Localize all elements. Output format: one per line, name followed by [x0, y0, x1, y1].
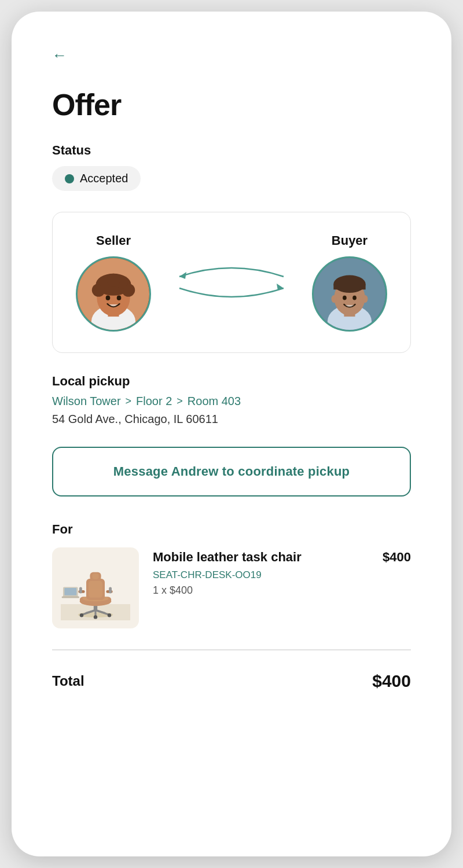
status-badge: Accepted — [52, 166, 141, 191]
seller-label: Seller — [96, 233, 131, 248]
svg-point-23 — [362, 295, 368, 303]
message-andrew-button[interactable]: Message Andrew to coordinate pickup — [52, 447, 411, 496]
svg-rect-48 — [64, 588, 76, 595]
page-title: Offer — [52, 87, 411, 122]
status-badge-text: Accepted — [80, 172, 128, 185]
breadcrumb-room[interactable]: Room 403 — [188, 395, 241, 408]
svg-point-22 — [332, 295, 337, 303]
product-info: Mobile leather task chair $400 SEAT-CHR-… — [153, 547, 411, 597]
svg-point-20 — [343, 296, 347, 300]
product-row: Mobile leather task chair $400 SEAT-CHR-… — [52, 547, 411, 628]
for-section: For — [52, 522, 411, 628]
product-name: Mobile leather task chair — [153, 550, 383, 565]
svg-point-9 — [107, 274, 120, 287]
buyer-label: Buyer — [332, 233, 368, 248]
svg-marker-12 — [179, 272, 186, 279]
pickup-title: Local pickup — [52, 374, 411, 389]
seller-col: Seller — [76, 233, 151, 332]
svg-rect-19 — [333, 284, 365, 290]
buyer-col: Buyer — [312, 233, 387, 332]
seller-avatar — [76, 256, 151, 332]
total-row: Total $400 — [52, 671, 411, 691]
total-amount: $400 — [372, 671, 411, 691]
buyer-avatar — [312, 256, 387, 332]
breadcrumb-building[interactable]: Wilson Tower — [52, 395, 121, 408]
svg-marker-13 — [277, 284, 284, 290]
svg-rect-49 — [62, 596, 79, 598]
product-sku: SEAT-CHR-DESK-OO19 — [153, 569, 411, 581]
svg-point-34 — [108, 613, 111, 617]
back-arrow-icon: ← — [52, 46, 67, 64]
product-qty: 1 x $400 — [153, 584, 411, 597]
pickup-breadcrumb: Wilson Tower > Floor 2 > Room 403 — [52, 395, 411, 408]
transfer-arrow — [151, 259, 312, 306]
product-price: $400 — [383, 550, 411, 565]
pickup-section: Local pickup Wilson Tower > Floor 2 > Ro… — [52, 374, 411, 426]
svg-rect-44 — [109, 587, 112, 593]
svg-rect-43 — [79, 587, 82, 593]
svg-point-10 — [106, 295, 111, 300]
svg-point-35 — [94, 615, 97, 619]
svg-point-33 — [80, 613, 83, 617]
seller-buyer-card: Seller — [52, 212, 411, 353]
svg-rect-40 — [89, 581, 102, 598]
total-label: Total — [52, 673, 84, 689]
svg-point-21 — [352, 296, 357, 300]
for-label: For — [52, 522, 411, 537]
phone-screen: ← Offer Status Accepted Seller — [12, 12, 451, 856]
divider — [52, 649, 411, 650]
product-image — [52, 547, 139, 628]
back-button[interactable]: ← — [52, 46, 67, 64]
product-name-price-row: Mobile leather task chair $400 — [153, 550, 411, 565]
svg-rect-46 — [92, 573, 98, 579]
pickup-address: 54 Gold Ave., Chicago, IL 60611 — [52, 413, 411, 426]
status-label: Status — [52, 143, 411, 158]
status-section: Status Accepted — [52, 143, 411, 191]
breadcrumb-sep-1: > — [126, 395, 132, 407]
breadcrumb-sep-2: > — [177, 395, 183, 407]
svg-point-11 — [117, 295, 122, 300]
breadcrumb-floor[interactable]: Floor 2 — [136, 395, 172, 408]
status-dot-icon — [65, 174, 74, 183]
